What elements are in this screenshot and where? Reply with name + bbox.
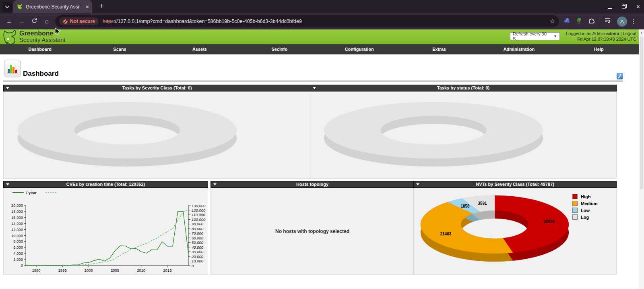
svg-text:40,000: 40,000 [192,245,204,249]
panel-menu-caret-icon[interactable] [213,183,217,185]
refresh-select-value: Refresh every 30 S... [513,31,553,41]
bar-chart-icon [7,63,18,74]
legend-label-low[interactable]: Low [581,208,590,213]
forward-button[interactable]: → [17,18,27,25]
greenbone-logo [2,30,18,45]
svg-text:2000: 2000 [85,268,93,272]
tasks-severity-donut-chart[interactable] [4,91,310,178]
legend-label-high[interactable]: High [581,194,590,199]
browser-menu-icon[interactable]: ⋮ [630,18,637,25]
cves-line-chart[interactable]: 02,0004,0006,0008,00010,00012,00014,0001… [4,188,208,274]
menu-item-dashboard[interactable]: Dashboard [0,44,80,54]
svg-text:3591: 3591 [478,201,487,206]
menu-item-extras[interactable]: Extras [399,44,479,54]
login-line: Logged in as Admin admin | Logout [566,31,636,37]
svg-text:2005: 2005 [111,268,119,272]
legend-swatch-log [572,214,578,220]
svg-text:2010: 2010 [137,268,145,272]
menu-item-help[interactable]: Help [559,44,639,54]
window-controls: × [608,0,640,13]
tab-favicon-icon [17,4,23,10]
reload-button[interactable] [29,18,39,25]
reload-icon [31,18,37,24]
svg-text:120,000: 120,000 [192,208,206,212]
legend-label-log[interactable]: Log [581,215,589,220]
panel-menu-caret-icon[interactable] [416,183,419,185]
panel-header-cves[interactable]: CVEs by creation time (Total: 120352) [3,181,208,188]
legend-row-log: Log [572,214,598,220]
svg-text:0: 0 [21,263,23,268]
panel-menu-caret-icon[interactable] [6,87,9,89]
logout-link[interactable]: Logout [623,31,636,36]
not-secure-badge[interactable]: Not secure [59,17,99,25]
menu-item-secinfo[interactable]: SecInfo [239,44,319,54]
svg-text:12,000: 12,000 [11,227,23,232]
menu-item-configuration[interactable]: Configuration [320,44,399,54]
panel-header-nvts[interactable]: NVTs by Severity Class (Total: 49787) [413,181,617,188]
logged-in-prefix: Logged in as [566,31,591,36]
svg-text:60,000: 60,000 [192,236,204,240]
svg-text:1990: 1990 [32,268,40,272]
panel-tasks-by-status: Tasks by status (Total: 0) [310,85,617,179]
menu-item-assets[interactable]: Assets [160,44,239,54]
panel-header-tasks-severity[interactable]: Tasks by Severity Class (Total: 0) [3,85,311,91]
svg-text:22935: 22935 [543,219,555,224]
menu-item-scans[interactable]: Scans [80,44,159,54]
media-controls-icon[interactable] [603,17,613,25]
page-scrollbar[interactable]: ▲ [639,29,644,289]
window-close-button[interactable]: × [636,4,640,10]
extension-blue-icon[interactable] [562,17,572,25]
panel-title-cves: CVEs by creation time (Total: 120352) [66,182,145,187]
svg-text:14,000: 14,000 [11,221,23,226]
svg-text:21403: 21403 [440,232,451,236]
extensions-puzzle-icon[interactable] [587,17,597,25]
menu-item-administration[interactable]: Administration [479,44,559,54]
back-button[interactable]: ← [4,18,14,25]
svg-text:/ year: / year [26,191,37,195]
tab-search-button[interactable] [2,2,12,12]
panel-header-tasks-status[interactable]: Tasks by status (Total: 0) [310,85,617,91]
window-restore-button[interactable] [622,3,627,10]
panel-menu-caret-icon[interactable] [6,183,9,185]
panel-body-tasks-severity [3,91,311,179]
brand-subtitle: Security Assistant [19,37,65,43]
legend-label-medium[interactable]: Medium [581,201,598,206]
svg-text:130,000: 130,000 [192,204,206,208]
profile-avatar[interactable]: A [617,17,627,27]
window-minimize-button[interactable] [608,3,612,10]
url-bar[interactable]: Not secure https://127.0.0.1/omp?cmd=das… [55,15,559,27]
login-separator: | [620,31,621,36]
tab-close-icon[interactable]: × [86,4,89,10]
scrollbar-thumb[interactable] [640,36,643,189]
svg-text:30,000: 30,000 [192,249,204,254]
legend-swatch-medium [572,201,578,206]
legend-swatch-low [572,208,578,213]
scrollbar-up-arrow-icon[interactable]: ▲ [639,31,644,34]
extension-tree-icon[interactable] [574,17,584,25]
browser-tab-greenbone[interactable]: Greenbone Security Assi × [13,0,92,13]
browser-toolbar: ← → ⌂ Not secure https://127.0.0.1/omp?c… [0,13,644,29]
panel-header-hosts[interactable]: Hosts topology [211,181,414,188]
panel-body-tasks-status [310,91,617,179]
browser-tab-bar: Greenbone Security Assi × + × [0,0,644,13]
bookmark-star-icon[interactable]: ☆ [550,18,555,25]
svg-text:16,000: 16,000 [11,215,23,220]
select-caret-icon: ▼ [553,34,557,38]
refresh-select[interactable]: Refresh every 30 S... ▼ [510,32,560,40]
panel-body-nvts: 229352140318583591 High Medium Low [413,188,617,275]
edit-dashboard-button[interactable] [617,73,623,79]
svg-text:1858: 1858 [460,204,470,208]
legend-swatch-high [572,194,578,199]
chevron-down-icon [5,5,10,8]
home-button[interactable]: ⌂ [41,18,52,25]
panel-nvts: NVTs by Severity Class (Total: 49787) 22… [413,181,617,275]
nvts-legend: High Medium Low Log [572,193,598,220]
page-title: Dashboard [23,70,59,78]
title-divider [3,81,623,81]
svg-text:8,000: 8,000 [13,239,23,243]
restore-icon [622,4,627,9]
panel-menu-caret-icon[interactable] [313,87,316,89]
tasks-status-donut-chart[interactable] [310,91,616,178]
panel-title-tasks-severity: Tasks by Severity Class (Total: 0) [122,85,192,90]
new-tab-button[interactable]: + [97,2,106,11]
